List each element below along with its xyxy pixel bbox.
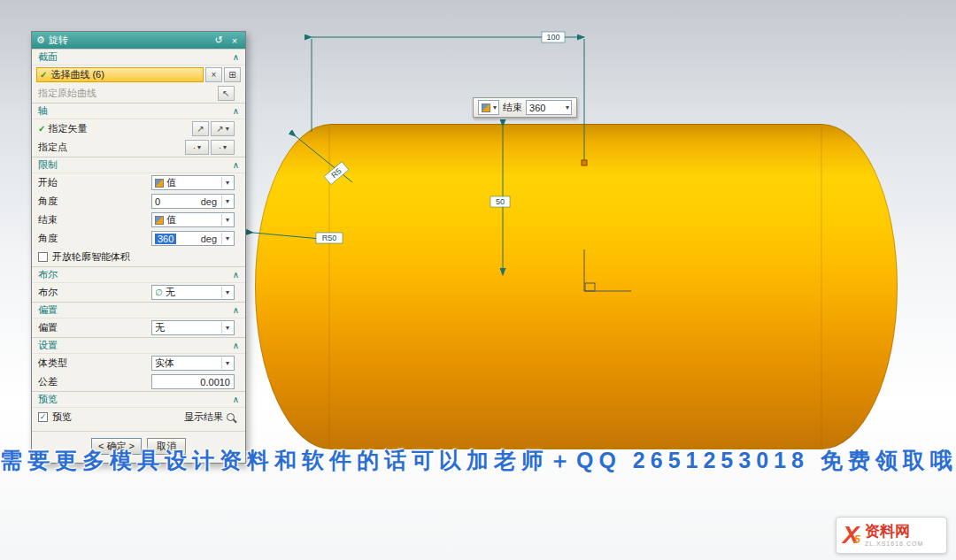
boolean-dropdown[interactable]: ∅ 无 ▾ (151, 285, 235, 300)
open-profile-label: 开放轮廓智能体积 (52, 250, 130, 264)
end-angle-value[interactable]: 360 (155, 234, 176, 244)
preview-row: ✓ 预览 显示结果 (32, 408, 245, 426)
select-curve-label: 选择曲线 (6) (50, 68, 104, 81)
collapse-icon[interactable]: ∧ (233, 52, 239, 62)
chevron-down-icon: ▾ (226, 126, 229, 133)
body-type-label: 体类型 (38, 357, 67, 370)
chevron-down-icon[interactable]: ▾ (226, 289, 229, 296)
vector-dialog-button[interactable]: ↗ (192, 121, 209, 136)
revolved-solid-body[interactable] (255, 124, 898, 449)
offset-label: 偏置 (38, 321, 58, 334)
boolean-label: 布尔 (38, 286, 58, 299)
start-label: 开始 (38, 176, 58, 189)
chevron-down-icon: ▾ (493, 104, 497, 111)
open-profile-checkbox[interactable] (38, 252, 48, 262)
collapse-icon[interactable]: ∧ (233, 395, 239, 404)
axis-icon: ↗ (216, 124, 223, 134)
boolean-value: 无 (166, 286, 175, 299)
specify-vector-label: 指定矢量 (48, 122, 87, 135)
chevron-down-icon[interactable]: ▾ (566, 104, 569, 111)
point-dialog-dropdown[interactable]: ∙ ▾ (185, 140, 209, 155)
specify-point-row: 指定点 ∙ ▾ ∙ ▾ (32, 138, 245, 157)
start-angle-row: 角度 0 deg ▾ (32, 192, 245, 211)
start-row: 开始 值 ▾ (32, 173, 245, 192)
vector-type-dropdown[interactable]: ↗ ▾ (211, 121, 235, 136)
dialog-titlebar[interactable]: ⚙ 旋转 ↺ × (32, 32, 245, 49)
preview-label: 预览 (52, 410, 72, 424)
vector-icon: ↗ (197, 124, 204, 134)
end-type-dropdown[interactable]: 值 ▾ (151, 212, 235, 227)
section-header-axis[interactable]: 轴 ∧ (32, 103, 245, 119)
boolean-row: 布尔 ∅ 无 ▾ (32, 283, 245, 302)
end-angle-row: 角度 360 deg ▾ (32, 229, 245, 248)
tolerance-field[interactable]: 0.0010 (151, 374, 235, 389)
collapse-icon[interactable]: ∧ (233, 270, 239, 280)
logo-mark-icon: X5 (843, 523, 860, 548)
offset-dropdown[interactable]: 无 ▾ (151, 320, 235, 335)
show-result-label[interactable]: 显示结果 (184, 410, 223, 424)
origin-pick-button[interactable]: ↖ (218, 86, 235, 101)
curve-rule-button[interactable]: ⊞ (224, 67, 241, 82)
end-angle-field[interactable]: 360 deg ▾ (151, 231, 235, 246)
value-option-icon (155, 179, 164, 188)
chevron-down-icon[interactable]: ▾ (226, 217, 229, 224)
section-header-offset[interactable]: 偏置 ∧ (32, 302, 245, 318)
revolve-dialog: ⚙ 旋转 ↺ × 截面 ∧ ✓ 选择曲线 (6) × ⊞ 指定原始曲线 ↖ 轴 (31, 31, 246, 464)
collapse-icon[interactable]: ∧ (233, 106, 239, 116)
reset-icon[interactable]: ↺ (212, 35, 225, 46)
section-header-boolean[interactable]: 布尔 ∧ (32, 266, 245, 283)
start-type-value: 值 (166, 176, 176, 189)
end-row: 结束 值 ▾ (32, 211, 245, 229)
chevron-down-icon[interactable]: ▾ (226, 180, 229, 187)
unit-label: deg (201, 196, 217, 207)
offset-row: 偏置 无 ▾ (32, 318, 245, 337)
start-type-dropdown[interactable]: 值 ▾ (151, 175, 235, 190)
collapse-icon[interactable]: ∧ (233, 160, 239, 170)
limit-type-dropdown[interactable]: ▾ (478, 100, 499, 115)
gear-icon: ⚙ (36, 35, 45, 46)
start-angle-label: 角度 (38, 195, 58, 208)
curve-rule-icon: ⊞ (228, 70, 235, 80)
start-angle-value[interactable]: 0 (155, 196, 198, 207)
select-curve-field[interactable]: ✓ 选择曲线 (6) (36, 67, 204, 82)
none-icon: ∅ (155, 288, 163, 297)
end-angle-value[interactable]: 360 (529, 103, 563, 113)
collapse-icon[interactable]: ∧ (233, 341, 239, 350)
point-icon: ∙ (193, 142, 196, 152)
preview-checkbox[interactable]: ✓ (38, 412, 48, 422)
section-header-limits[interactable]: 限制 ∧ (32, 157, 245, 173)
unit-label: deg (201, 234, 217, 244)
end-label: 结束 (503, 101, 522, 114)
tolerance-label: 公差 (38, 375, 58, 388)
section-header-preview[interactable]: 预览 ∧ (32, 391, 245, 408)
chevron-down-icon[interactable]: ▾ (226, 325, 229, 332)
section-header-settings[interactable]: 设置 ∧ (32, 337, 245, 354)
point-snap-dropdown[interactable]: ∙ ▾ (211, 140, 235, 155)
end-angle-field[interactable]: 360 ▾ (526, 100, 572, 115)
offset-value: 无 (155, 321, 165, 334)
watermark-text: 需要更多模具设计资料和软件的话可以加老师＋QQ 2651253018 免费领取哦… (0, 446, 956, 475)
chevron-down-icon[interactable]: ▾ (226, 235, 229, 242)
magnifier-icon[interactable] (227, 413, 235, 421)
start-angle-field[interactable]: 0 deg ▾ (151, 194, 235, 209)
specify-origin-label: 指定原始曲线 (38, 87, 96, 100)
body-type-value: 实体 (155, 357, 174, 370)
checkmark-icon: ✓ (40, 413, 47, 421)
end-angle-label: 角度 (38, 232, 58, 245)
end-type-value: 值 (166, 213, 176, 226)
body-type-dropdown[interactable]: 实体 ▾ (151, 356, 235, 371)
tolerance-row: 公差 0.0010 (32, 372, 245, 391)
end-label: 结束 (38, 213, 58, 226)
specify-origin-row: 指定原始曲线 ↖ (32, 84, 245, 103)
chevron-down-icon[interactable]: ▾ (226, 198, 229, 205)
collapse-icon[interactable]: ∧ (233, 305, 239, 315)
section-header-section[interactable]: 截面 ∧ (32, 49, 245, 65)
pick-icon: ↖ (222, 88, 229, 98)
deselect-icon: × (212, 70, 217, 80)
close-icon[interactable]: × (228, 35, 241, 46)
nx-application-window: 100 50 R5 R50 ▾ 结束 360 ▾ (0, 0, 956, 560)
open-profile-row: 开放轮廓智能体积 (32, 248, 245, 266)
tolerance-value: 0.0010 (200, 377, 230, 387)
deselect-button[interactable]: × (205, 67, 222, 82)
chevron-down-icon[interactable]: ▾ (226, 360, 229, 367)
